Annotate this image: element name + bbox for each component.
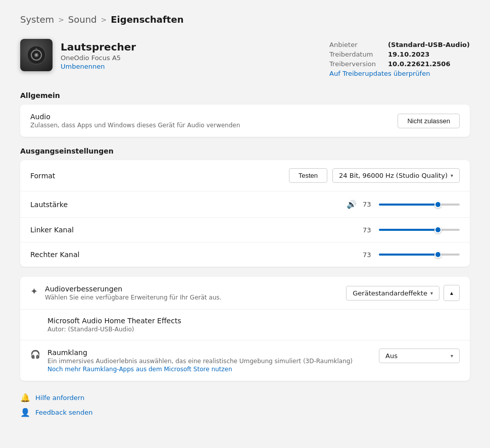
left-channel-label: Linker Kanal	[30, 226, 74, 234]
improvements-icon: ✦	[30, 286, 38, 296]
help-icon: 🔔	[20, 393, 30, 403]
volume-row: Lautstärke 🔊 73	[20, 191, 470, 218]
ausgang-card: Format Testen 24 Bit, 96000 Hz (Studio Q…	[20, 160, 470, 267]
help-label: Hilfe anfordern	[35, 394, 84, 402]
raumklang-link[interactable]: Noch mehr Raumklang-Apps aus dem Microso…	[47, 366, 232, 373]
breadcrumb-sep1: >	[58, 16, 64, 24]
expand-button[interactable]: ▴	[444, 285, 460, 301]
test-button[interactable]: Testen	[289, 168, 327, 183]
volume-value: 73	[363, 201, 373, 208]
chevron-down-icon-3: ▾	[451, 353, 453, 359]
right-channel-label: Rechter Kanal	[30, 251, 79, 259]
allow-button[interactable]: Nicht zulassen	[398, 114, 460, 128]
left-channel-slider[interactable]	[379, 229, 460, 231]
raumklang-dropdown[interactable]: Aus ▾	[379, 349, 460, 363]
right-channel-value: 73	[363, 251, 373, 259]
left-channel-value: 73	[363, 226, 373, 234]
volume-icon: 🔊	[347, 200, 357, 209]
raumklang-row: 🎧 Raumklang Ein immersives Audioerlebnis…	[20, 340, 470, 381]
theater-title: Microsoft Audio Home Theater Effects	[47, 317, 460, 325]
format-dropdown-value: 24 Bit, 96000 Hz (Studio Quality)	[339, 172, 448, 179]
date-label: Treiberdatum	[329, 51, 380, 58]
improvements-dropdown[interactable]: Gerätestandardeffekte ▾	[346, 286, 439, 301]
raumklang-subtitle: Ein immersives Audioerlebnis auswählen, …	[47, 358, 353, 365]
ausgang-title: Ausgangseinstellungen	[20, 147, 470, 155]
volume-label: Lautstärke	[30, 201, 68, 209]
svg-point-3	[35, 54, 37, 56]
improvements-card: ✦ Audioverbesserungen Wählen Sie eine ve…	[20, 277, 470, 381]
device-meta: Anbieter (Standard-USB-Audio) Treiberdat…	[329, 39, 470, 77]
date-value: 19.10.2023	[388, 51, 429, 58]
driver-update-link[interactable]: Auf Treiberupdates überprüfen	[329, 70, 470, 77]
format-row: Format Testen 24 Bit, 96000 Hz (Studio Q…	[20, 160, 470, 191]
version-label: Treiberversion	[329, 60, 380, 68]
device-rename-link[interactable]: Umbenennen	[61, 63, 136, 70]
right-channel-row: Rechter Kanal 73	[20, 242, 470, 267]
improvements-title: Audioverbesserungen	[45, 285, 221, 293]
device-header: Lautsprecher OneOdio Focus A5 Umbenennen…	[20, 39, 470, 77]
theater-author: Autor: (Standard-USB-Audio)	[47, 326, 460, 333]
chevron-down-icon: ▾	[451, 173, 453, 178]
chevron-up-icon: ▴	[450, 289, 453, 296]
breadcrumb-sep2: >	[101, 16, 107, 24]
theater-row: Microsoft Audio Home Theater Effects Aut…	[20, 310, 470, 340]
feedback-link[interactable]: 👤 Feedback senden	[20, 408, 470, 417]
audio-improvements-row: ✦ Audioverbesserungen Wählen Sie eine ve…	[20, 277, 470, 310]
device-icon	[20, 39, 53, 71]
improvements-dropdown-value: Gerätestandardeffekte	[353, 289, 427, 297]
format-dropdown[interactable]: 24 Bit, 96000 Hz (Studio Quality) ▾	[332, 168, 460, 183]
breadcrumb: System > Sound > Eigenschaften	[20, 14, 470, 25]
breadcrumb-sound[interactable]: Sound	[68, 14, 97, 25]
device-model: OneOdio Focus A5	[61, 54, 136, 62]
feedback-icon: 👤	[20, 408, 30, 417]
audio-label: Audio	[30, 113, 240, 121]
raumklang-dropdown-value: Aus	[385, 352, 398, 360]
device-name: Lautsprecher	[61, 41, 136, 53]
audio-row: Audio Zulassen, dass Apps und Windows di…	[20, 105, 470, 137]
allgemein-card: Audio Zulassen, dass Apps und Windows di…	[20, 105, 470, 137]
left-channel-row: Linker Kanal 73	[20, 218, 470, 242]
improvements-subtitle: Wählen Sie eine verfügbare Erweiterung f…	[45, 294, 221, 301]
volume-slider[interactable]	[379, 204, 460, 206]
feedback-label: Feedback senden	[35, 409, 93, 416]
device-info: Lautsprecher OneOdio Focus A5 Umbenennen	[61, 39, 136, 70]
help-link[interactable]: 🔔 Hilfe anfordern	[20, 393, 470, 403]
provider-label: Anbieter	[329, 41, 380, 48]
footer-links: 🔔 Hilfe anfordern 👤 Feedback senden	[20, 393, 470, 417]
version-value: 10.0.22621.2506	[388, 60, 450, 68]
raumklang-icon: 🎧	[30, 350, 40, 359]
svg-point-4	[35, 48, 37, 50]
breadcrumb-system[interactable]: System	[20, 14, 54, 25]
allgemein-title: Allgemein	[20, 91, 470, 99]
audio-sublabel: Zulassen, dass Apps und Windows dieses G…	[30, 122, 240, 129]
format-label: Format	[30, 172, 55, 180]
breadcrumb-properties: Eigenschaften	[111, 14, 183, 25]
raumklang-title: Raumklang	[47, 349, 353, 357]
provider-value: (Standard-USB-Audio)	[388, 41, 470, 48]
chevron-down-icon-2: ▾	[430, 290, 433, 296]
right-channel-slider[interactable]	[379, 254, 460, 256]
